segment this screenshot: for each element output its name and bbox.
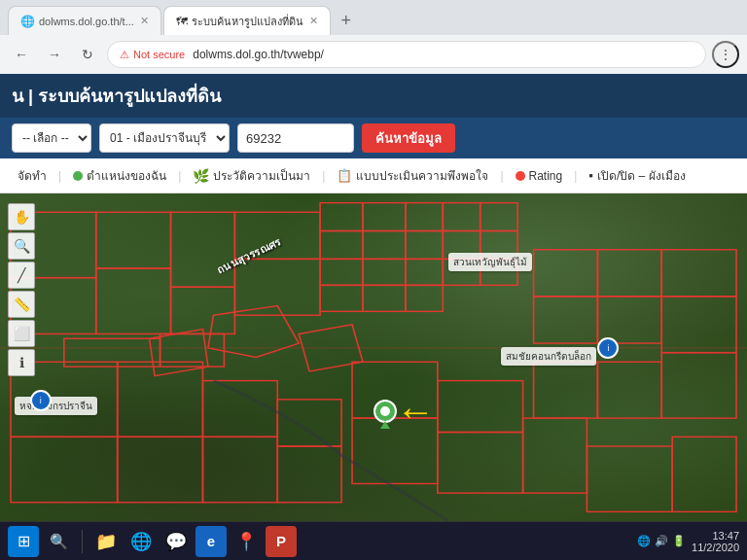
blue-marker-1: i: [30, 390, 52, 411]
network-icon: 🌐: [637, 535, 651, 547]
toolbar-manage[interactable]: จัดทำ: [8, 162, 56, 189]
province-select[interactable]: -- เลือก --: [12, 123, 91, 153]
search-button[interactable]: ค้นหาข้อมูล: [362, 123, 455, 153]
forward-button[interactable]: →: [41, 41, 68, 68]
svg-marker-48: [208, 306, 299, 358]
maps-button[interactable]: 📍: [231, 526, 262, 557]
browser-frame: 🌐 dolwms.dol.go.th/t... ✕ 🗺 ระบบค้นหารูป…: [0, 0, 747, 560]
security-text: Not secure: [133, 49, 185, 60]
taskbar: ⊞ 🔍 📁 🌐 💬 e 📍 P 🌐 🔊 🔋: [0, 521, 747, 560]
svg-rect-33: [277, 446, 341, 503]
history-icon: 🌿: [193, 168, 209, 184]
toolbar-assessment[interactable]: 📋 แบบประเมินความพึงพอใจ: [327, 162, 498, 189]
garden-label: สวนเทวัญพันธุ์ไม้: [448, 253, 532, 271]
tab-inactive[interactable]: 🌐 dolwms.dol.go.th/t... ✕: [8, 6, 161, 35]
blue-circle-1: i: [30, 390, 52, 411]
yellow-arrow: ←: [396, 390, 435, 434]
svg-rect-39: [534, 362, 598, 418]
svg-rect-29: [118, 437, 203, 502]
line-button[interactable]: 💬: [160, 526, 192, 557]
edge-button[interactable]: e: [196, 526, 227, 557]
chrome-button[interactable]: 🌐: [125, 526, 157, 557]
taskbar-separator-1: [82, 530, 83, 553]
company-label: หจก.มังกรปราจีน: [15, 397, 97, 415]
svg-rect-27: [11, 437, 118, 502]
svg-rect-28: [118, 362, 203, 437]
battery-icon: 🔋: [672, 535, 686, 547]
svg-rect-32: [277, 400, 341, 446]
toolbar-rating[interactable]: Rating: [506, 165, 573, 187]
toolbar-history[interactable]: 🌿 ประวัติความเป็นมา: [183, 162, 320, 189]
new-tab-button[interactable]: +: [333, 7, 360, 34]
tab-active[interactable]: 🗺 ระบบค้นหารูปแปลงที่ดิน ✕: [163, 6, 331, 35]
svg-rect-10: [363, 285, 406, 311]
tool-zoom[interactable]: 🔍: [8, 232, 35, 260]
green-pin-icon: [374, 400, 397, 431]
toolbar-toggle[interactable]: ▪ เปิด/ปิด – ผังเมือง: [579, 162, 694, 189]
chrome-icon: 🌐: [130, 531, 152, 552]
svg-rect-6: [320, 259, 363, 285]
svg-rect-5: [406, 231, 443, 260]
tab-close-1[interactable]: ✕: [140, 15, 149, 27]
svg-rect-38: [597, 297, 661, 343]
svg-rect-52: [672, 437, 736, 511]
powerpoint-button[interactable]: P: [266, 526, 297, 557]
address-bar-row: ← → ↻ ⚠ Not secure dolwms.dol.go.th/tvwe…: [0, 35, 747, 74]
rating-dot: [516, 171, 525, 181]
url-text: dolwms.dol.go.th/tvwebp/: [193, 48, 324, 61]
svg-rect-20: [96, 212, 171, 268]
search-button-label: ค้นหาข้อมูล: [375, 131, 442, 146]
file-explorer-icon: 📁: [95, 531, 117, 552]
start-button[interactable]: ⊞: [8, 526, 39, 557]
tab-bar: 🌐 dolwms.dol.go.th/t... ✕ 🗺 ระบบค้นหารูป…: [0, 0, 747, 35]
tool-measure[interactable]: 📏: [8, 291, 35, 318]
tool-hand[interactable]: ✋: [8, 203, 35, 230]
parcel-number-input[interactable]: [237, 123, 354, 153]
tool-info[interactable]: ℹ: [8, 349, 35, 376]
app-title: น | ระบบค้นหารูปแปลงที่ดิน: [12, 82, 221, 110]
svg-rect-34: [534, 250, 598, 297]
warning-icon: ⚠: [120, 49, 129, 61]
clock-date: 11/2/2020: [692, 542, 739, 553]
blue-circle-2: i: [597, 337, 619, 359]
tab-label-2: ระบบค้นหารูปแปลงที่ดิน: [192, 13, 303, 30]
svg-rect-45: [438, 381, 523, 433]
search-taskbar-button[interactable]: 🔍: [43, 526, 74, 557]
file-explorer-button[interactable]: 📁: [90, 526, 122, 557]
svg-marker-50: [150, 330, 208, 376]
search-taskbar-icon: 🔍: [50, 533, 68, 550]
edge-icon: e: [207, 533, 215, 549]
toolbar-my-location[interactable]: ตำแหน่งของฉัน: [63, 162, 176, 189]
svg-rect-37: [534, 297, 598, 343]
svg-rect-41: [661, 297, 736, 353]
powerpoint-icon: P: [276, 533, 286, 549]
toolbar: จัดทำ | ตำแหน่งของฉัน | 🌿 ประวัติความเป็…: [0, 158, 747, 193]
line-icon: 💬: [165, 531, 187, 552]
svg-rect-23: [171, 287, 235, 333]
svg-rect-4: [363, 231, 406, 260]
app-content: น | ระบบค้นหารูปแปลงที่ดิน -- เลือก -- 0…: [0, 74, 747, 521]
svg-rect-3: [320, 231, 363, 260]
extensions-button[interactable]: ⋮: [712, 41, 739, 68]
tab-label-1: dolwms.dol.go.th/t...: [39, 16, 134, 27]
maps-icon: 📍: [235, 531, 257, 552]
svg-rect-9: [320, 285, 363, 311]
svg-rect-51: [587, 446, 672, 511]
toggle-icon: ▪: [588, 168, 593, 183]
tool-area[interactable]: ⬜: [8, 320, 35, 347]
district-select[interactable]: 01 - เมืองปราจีนบุรี: [99, 123, 230, 153]
address-bar[interactable]: ⚠ Not secure dolwms.dol.go.th/tvwebp/: [107, 41, 706, 68]
svg-rect-0: [320, 203, 363, 231]
back-button[interactable]: ←: [8, 41, 35, 68]
svg-rect-46: [438, 433, 523, 494]
svg-rect-36: [661, 250, 736, 297]
clock-time: 13:47: [692, 530, 739, 542]
map-container[interactable]: ถนนสุวรรณศร สวนเทวัญพันธุ์ไม้ สมชัยคอนกร…: [0, 193, 747, 521]
tab-close-2[interactable]: ✕: [309, 15, 318, 27]
tool-line[interactable]: ╱: [8, 262, 35, 289]
reload-button[interactable]: ↻: [74, 41, 101, 68]
toolbar-sep-3: |: [320, 169, 327, 183]
svg-rect-35: [597, 250, 661, 297]
app-header: น | ระบบค้นหารูปแปลงที่ดิน: [0, 74, 747, 118]
svg-rect-12: [443, 203, 480, 231]
